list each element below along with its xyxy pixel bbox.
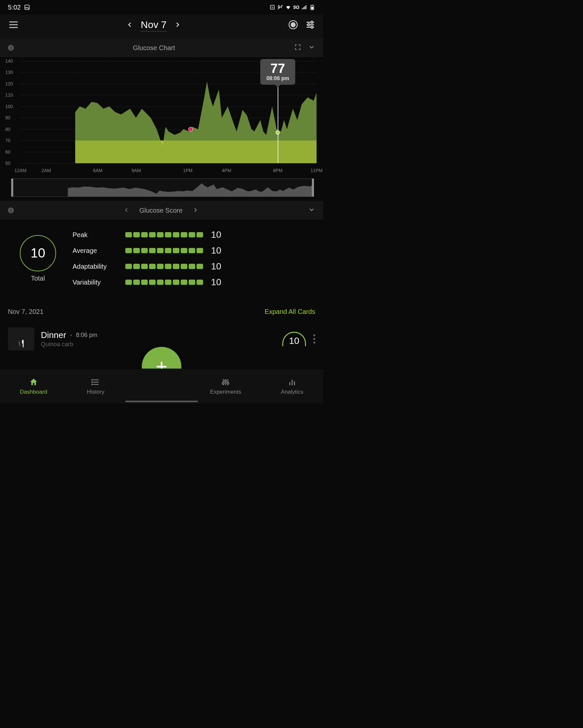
x-tick: 2AM bbox=[42, 168, 51, 173]
entry-score-ring: 10 bbox=[282, 332, 306, 346]
svg-point-30 bbox=[92, 382, 92, 382]
x-tick: 8PM bbox=[273, 168, 283, 173]
svg-point-35 bbox=[225, 380, 227, 382]
date-label[interactable]: Nov 7 bbox=[141, 19, 167, 32]
svg-rect-5 bbox=[303, 7, 304, 9]
tooltip-value: 77 bbox=[267, 62, 289, 75]
score-row-name: Adaptability bbox=[73, 263, 125, 270]
y-tick: 70 bbox=[5, 138, 10, 143]
nav-dashboard[interactable]: Dashboard bbox=[20, 378, 47, 395]
expand-all-button[interactable]: Expand All Cards bbox=[265, 308, 315, 315]
network-label: 5G bbox=[293, 5, 299, 10]
score-row-pips bbox=[125, 232, 204, 237]
vibrate-icon bbox=[277, 4, 283, 10]
y-tick: 50 bbox=[5, 161, 10, 166]
tooltip-time: 08:06 pm bbox=[267, 76, 289, 81]
svg-point-19 bbox=[308, 24, 310, 26]
score-row-value: 10 bbox=[211, 230, 221, 240]
x-tick: 12AM bbox=[15, 168, 27, 173]
nav-history[interactable]: History bbox=[87, 378, 104, 395]
score-total-value: 10 bbox=[31, 245, 46, 260]
entry-time: 8:06 pm bbox=[76, 332, 97, 339]
svg-point-17 bbox=[311, 21, 313, 23]
event-marker[interactable] bbox=[188, 127, 193, 132]
entry-title: Dinner bbox=[41, 330, 66, 340]
home-indicator bbox=[125, 400, 198, 402]
score-next-button[interactable] bbox=[193, 207, 198, 214]
collapse-button[interactable] bbox=[308, 206, 315, 215]
chart-scrubber[interactable] bbox=[12, 178, 313, 197]
info-icon[interactable]: i bbox=[8, 45, 14, 51]
svg-point-33 bbox=[222, 382, 224, 384]
next-day-button[interactable] bbox=[174, 22, 180, 29]
glucose-chart[interactable]: 506070809010011012013014012AM2AM6AM9AM1P… bbox=[0, 58, 323, 197]
info-icon[interactable]: i bbox=[8, 207, 14, 213]
entry-card[interactable]: Dinner • 8:06 pm Quinoa carb 10 bbox=[0, 323, 323, 350]
svg-rect-0 bbox=[25, 5, 29, 9]
prev-day-button[interactable] bbox=[127, 22, 133, 29]
svg-point-29 bbox=[92, 379, 92, 380]
glucose-score-body: 10 Total Peak10Average10Adaptability10Va… bbox=[0, 220, 323, 301]
entry-thumb bbox=[8, 328, 34, 350]
x-tick: 11PM bbox=[311, 168, 323, 173]
score-row-name: Peak bbox=[73, 231, 125, 239]
svg-point-15 bbox=[291, 23, 296, 27]
y-tick: 140 bbox=[5, 58, 13, 63]
svg-rect-10 bbox=[312, 5, 313, 6]
scrub-handle-left[interactable] bbox=[11, 179, 13, 197]
collapse-button[interactable] bbox=[308, 44, 315, 52]
score-row-value: 10 bbox=[211, 261, 221, 272]
nav-label: Experiments bbox=[210, 389, 241, 395]
score-row-name: Variability bbox=[73, 279, 125, 286]
score-total-label: Total bbox=[20, 275, 56, 282]
score-prev-button[interactable] bbox=[124, 207, 129, 214]
y-tick: 90 bbox=[5, 115, 10, 120]
chart-tooltip: 7708:06 pm bbox=[260, 59, 295, 85]
svg-text:N: N bbox=[272, 6, 273, 9]
x-tick: 6AM bbox=[93, 168, 103, 173]
score-row-name: Average bbox=[73, 247, 125, 255]
score-row-pips bbox=[125, 264, 204, 269]
battery-icon bbox=[309, 4, 315, 10]
svg-rect-7 bbox=[306, 5, 306, 9]
entries-date: Nov 7, 2021 bbox=[8, 308, 44, 315]
y-tick: 80 bbox=[5, 127, 10, 132]
glucose-score-header: i Glucose Score bbox=[0, 201, 323, 220]
x-tick: 9AM bbox=[132, 168, 141, 173]
fullscreen-button[interactable] bbox=[294, 44, 301, 52]
svg-point-31 bbox=[92, 384, 92, 385]
entry-more-button[interactable] bbox=[313, 334, 315, 343]
wifi-icon bbox=[285, 4, 291, 10]
nav-label: History bbox=[87, 389, 104, 395]
nav-experiments[interactable]: Experiments bbox=[210, 378, 241, 395]
y-tick: 100 bbox=[5, 104, 13, 109]
y-tick: 130 bbox=[5, 70, 13, 75]
glucose-chart-header: i Glucose Chart bbox=[0, 38, 323, 58]
app-header: Nov 7 bbox=[0, 15, 323, 38]
nfc-icon: N bbox=[270, 4, 275, 10]
section-title: Glucose Chart bbox=[133, 44, 175, 52]
svg-point-21 bbox=[311, 26, 313, 28]
svg-rect-4 bbox=[302, 8, 303, 9]
signal-icon bbox=[301, 4, 307, 10]
nav-analytics[interactable]: Analytics bbox=[281, 378, 303, 395]
svg-rect-6 bbox=[304, 6, 305, 9]
score-row: Adaptability10 bbox=[73, 261, 303, 272]
section-title: Glucose Score bbox=[139, 207, 182, 214]
score-row-pips bbox=[125, 248, 204, 253]
svg-rect-9 bbox=[311, 7, 313, 9]
record-button[interactable] bbox=[288, 20, 298, 31]
entries-header: Nov 7, 2021 Expand All Cards bbox=[0, 301, 323, 323]
svg-rect-23 bbox=[75, 140, 316, 163]
score-row-pips bbox=[125, 280, 204, 285]
status-bar: 5:02 N 5G bbox=[0, 0, 323, 15]
y-tick: 60 bbox=[5, 149, 10, 155]
score-row-value: 10 bbox=[211, 277, 221, 287]
image-icon bbox=[24, 4, 30, 10]
filter-button[interactable] bbox=[305, 20, 315, 31]
x-tick: 1PM bbox=[183, 168, 193, 173]
scrub-handle-right[interactable] bbox=[312, 179, 314, 197]
menu-button[interactable] bbox=[8, 19, 19, 32]
svg-point-37 bbox=[227, 382, 229, 384]
nav-label: Dashboard bbox=[20, 389, 47, 395]
